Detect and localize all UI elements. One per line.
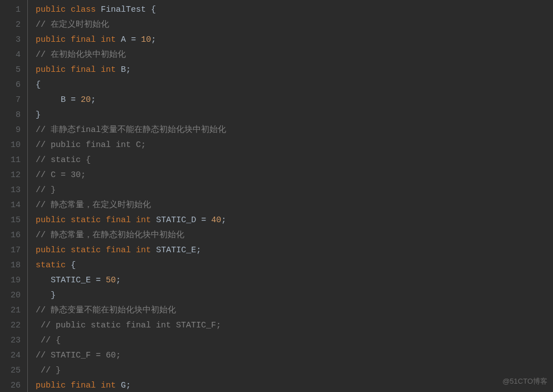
- code-line[interactable]: // public final int C;: [36, 138, 226, 153]
- token-num: 20: [81, 95, 91, 105]
- token-punct: ;: [221, 215, 226, 225]
- code-line[interactable]: // }: [36, 363, 226, 378]
- line-number: 3: [0, 32, 21, 47]
- token-punct: =: [71, 95, 76, 105]
- token-cls: FinalTest: [101, 5, 146, 14]
- token-kw: public: [36, 215, 66, 225]
- code-line[interactable]: // {: [36, 333, 226, 348]
- line-number: 22: [0, 318, 21, 333]
- token-punct: ;: [91, 95, 96, 105]
- watermark-text: @51CTO博客: [502, 374, 547, 389]
- code-line[interactable]: B = 20;: [36, 92, 226, 107]
- line-number: 8: [0, 107, 21, 122]
- token-cmt: // 静态常量，在静态初始化块中初始化: [36, 231, 184, 240]
- token-kw: int: [101, 381, 116, 390]
- line-number: 1: [0, 2, 21, 17]
- token-cmt: // public static final int STATIC_F;: [41, 321, 221, 330]
- code-line[interactable]: // }: [36, 183, 226, 198]
- token-punct: ;: [151, 35, 156, 45]
- token-ident: B: [61, 95, 66, 105]
- line-number: 17: [0, 243, 21, 258]
- token-num: 10: [141, 35, 151, 45]
- code-line[interactable]: // 在初始化块中初始化: [36, 47, 226, 62]
- code-line[interactable]: STATIC_E = 50;: [36, 273, 226, 288]
- code-line[interactable]: // static {: [36, 153, 226, 168]
- code-editor: 1234567891011121314151617181920212223242…: [0, 0, 553, 392]
- token-kw: final: [106, 215, 131, 225]
- token-punct: =: [201, 215, 206, 225]
- line-number: 13: [0, 183, 21, 198]
- token-cmt: // public final int C;: [36, 140, 146, 150]
- token-punct: ;: [126, 381, 131, 390]
- token-kw: int: [136, 215, 151, 225]
- token-cmt: // 在初始化块中初始化: [36, 50, 126, 60]
- token-punct: ;: [116, 276, 121, 285]
- token-punct: =: [131, 35, 136, 45]
- code-line[interactable]: // 静态常量，在静态初始化块中初始化: [36, 228, 226, 243]
- code-area[interactable]: public class FinalTest {// 在定义时初始化public…: [28, 0, 226, 392]
- token-cmt: // 在定义时初始化: [36, 20, 109, 30]
- code-line[interactable]: // 非静态final变量不能在静态初始化块中初始化: [36, 122, 226, 138]
- token-cmt: // 静态常量，在定义时初始化: [36, 200, 151, 210]
- token-cmt: // STATIC_F = 60;: [36, 351, 121, 360]
- code-line[interactable]: // public static final int STATIC_F;: [36, 318, 226, 333]
- token-kw: final: [71, 65, 96, 75]
- token-kw: static: [71, 215, 101, 225]
- token-kw: public: [36, 381, 66, 390]
- code-line[interactable]: }: [36, 107, 226, 122]
- code-line[interactable]: public final int G;: [36, 378, 226, 392]
- line-number-gutter: 1234567891011121314151617181920212223242…: [0, 0, 28, 392]
- line-number: 19: [0, 273, 21, 288]
- token-ident: STATIC_E: [156, 246, 196, 255]
- line-number: 5: [0, 62, 21, 77]
- code-line[interactable]: // 静态变量不能在初始化块中初始化: [36, 303, 226, 318]
- token-cmt: // C = 30;: [36, 170, 86, 180]
- token-num: 40: [211, 215, 221, 225]
- code-line[interactable]: public static final int STATIC_D = 40;: [36, 213, 226, 228]
- line-number: 18: [0, 258, 21, 273]
- token-kw: static: [36, 261, 66, 270]
- line-number: 26: [0, 378, 21, 392]
- token-kw: public: [36, 246, 66, 255]
- token-kw: public: [36, 65, 66, 75]
- token-kw: int: [101, 35, 116, 45]
- token-kw: final: [71, 35, 96, 45]
- code-line[interactable]: // STATIC_F = 60;: [36, 348, 226, 363]
- line-number: 14: [0, 198, 21, 213]
- token-kw: public: [36, 35, 66, 45]
- line-number: 21: [0, 303, 21, 318]
- line-number: 2: [0, 17, 21, 32]
- token-punct: ;: [126, 65, 131, 75]
- code-line[interactable]: public static final int STATIC_E;: [36, 243, 226, 258]
- code-line[interactable]: public final int B;: [36, 62, 226, 77]
- token-ident: STATIC_D: [156, 215, 196, 225]
- code-line[interactable]: // 静态常量，在定义时初始化: [36, 198, 226, 213]
- token-kw: public: [36, 5, 66, 14]
- line-number: 20: [0, 288, 21, 303]
- line-number: 12: [0, 168, 21, 183]
- code-line[interactable]: static {: [36, 258, 226, 273]
- line-number: 25: [0, 363, 21, 378]
- code-line[interactable]: public final int A = 10;: [36, 32, 226, 47]
- token-ident: B: [121, 65, 126, 75]
- token-cmt: // 静态变量不能在初始化块中初始化: [36, 306, 176, 315]
- code-line[interactable]: }: [36, 288, 226, 303]
- line-number: 4: [0, 47, 21, 62]
- line-number: 11: [0, 153, 21, 168]
- code-line[interactable]: {: [36, 77, 226, 92]
- code-line[interactable]: // C = 30;: [36, 168, 226, 183]
- token-punct: {: [36, 80, 41, 90]
- token-kw: int: [101, 65, 116, 75]
- line-number: 9: [0, 122, 21, 138]
- line-number: 24: [0, 348, 21, 363]
- line-number: 15: [0, 213, 21, 228]
- token-ident: A: [121, 35, 126, 45]
- token-kw: int: [136, 246, 151, 255]
- token-punct: }: [36, 110, 41, 120]
- token-cmt: // }: [41, 366, 61, 375]
- line-number: 10: [0, 138, 21, 153]
- token-punct: {: [151, 5, 156, 14]
- code-line[interactable]: public class FinalTest {: [36, 2, 226, 17]
- token-cmt: // static {: [36, 155, 91, 165]
- code-line[interactable]: // 在定义时初始化: [36, 17, 226, 32]
